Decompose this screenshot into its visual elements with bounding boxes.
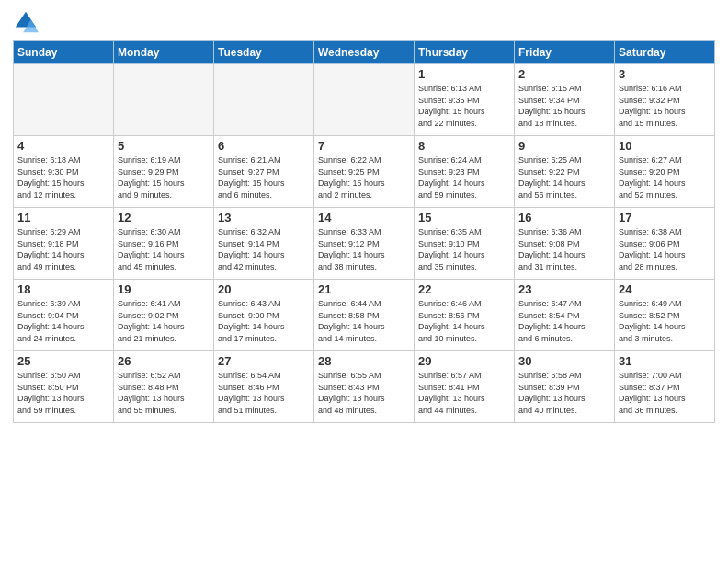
weekday-header-friday: Friday xyxy=(515,41,615,64)
day-number: 23 xyxy=(518,282,610,296)
calendar-cell xyxy=(314,64,415,136)
day-number: 17 xyxy=(619,211,711,224)
weekday-header-monday: Monday xyxy=(114,41,214,64)
calendar-cell: 22Sunrise: 6:46 AM Sunset: 8:56 PM Dayli… xyxy=(415,280,515,351)
header xyxy=(13,9,715,35)
day-number: 28 xyxy=(318,354,410,368)
calendar-cell: 23Sunrise: 6:47 AM Sunset: 8:54 PM Dayli… xyxy=(515,280,615,351)
day-info: Sunrise: 6:39 AM Sunset: 9:04 PM Dayligh… xyxy=(17,298,109,344)
calendar-week-4: 18Sunrise: 6:39 AM Sunset: 9:04 PM Dayli… xyxy=(14,280,715,351)
day-info: Sunrise: 6:38 AM Sunset: 9:06 PM Dayligh… xyxy=(619,226,711,272)
day-info: Sunrise: 6:15 AM Sunset: 9:34 PM Dayligh… xyxy=(518,83,610,129)
day-info: Sunrise: 6:57 AM Sunset: 8:41 PM Dayligh… xyxy=(418,370,510,416)
day-number: 22 xyxy=(418,282,510,296)
day-info: Sunrise: 6:55 AM Sunset: 8:43 PM Dayligh… xyxy=(318,370,410,416)
calendar-cell: 27Sunrise: 6:54 AM Sunset: 8:46 PM Dayli… xyxy=(214,351,314,423)
day-info: Sunrise: 6:27 AM Sunset: 9:20 PM Dayligh… xyxy=(619,155,711,201)
calendar-week-2: 4Sunrise: 6:18 AM Sunset: 9:30 PM Daylig… xyxy=(14,136,715,208)
day-number: 24 xyxy=(619,282,711,296)
calendar-cell: 2Sunrise: 6:15 AM Sunset: 9:34 PM Daylig… xyxy=(515,64,615,136)
day-number: 13 xyxy=(218,211,310,224)
calendar-cell: 3Sunrise: 6:16 AM Sunset: 9:32 PM Daylig… xyxy=(615,64,715,136)
day-info: Sunrise: 6:43 AM Sunset: 9:00 PM Dayligh… xyxy=(218,298,310,344)
calendar-cell: 6Sunrise: 6:21 AM Sunset: 9:27 PM Daylig… xyxy=(214,136,314,208)
day-number: 15 xyxy=(418,211,510,224)
calendar-cell: 13Sunrise: 6:32 AM Sunset: 9:14 PM Dayli… xyxy=(214,208,314,280)
calendar-cell: 12Sunrise: 6:30 AM Sunset: 9:16 PM Dayli… xyxy=(114,208,214,280)
day-info: Sunrise: 6:33 AM Sunset: 9:12 PM Dayligh… xyxy=(318,226,410,272)
day-number: 4 xyxy=(17,139,109,153)
day-info: Sunrise: 6:47 AM Sunset: 8:54 PM Dayligh… xyxy=(518,298,610,344)
calendar-cell: 1Sunrise: 6:13 AM Sunset: 9:35 PM Daylig… xyxy=(415,64,515,136)
calendar-week-3: 11Sunrise: 6:29 AM Sunset: 9:18 PM Dayli… xyxy=(14,208,715,280)
day-number: 9 xyxy=(518,139,610,153)
calendar-cell: 19Sunrise: 6:41 AM Sunset: 9:02 PM Dayli… xyxy=(114,280,214,351)
day-number: 20 xyxy=(218,282,310,296)
day-info: Sunrise: 6:19 AM Sunset: 9:29 PM Dayligh… xyxy=(118,155,210,201)
weekday-header-sunday: Sunday xyxy=(14,41,114,64)
calendar-cell: 7Sunrise: 6:22 AM Sunset: 9:25 PM Daylig… xyxy=(314,136,415,208)
day-info: Sunrise: 6:24 AM Sunset: 9:23 PM Dayligh… xyxy=(418,155,510,201)
day-info: Sunrise: 6:30 AM Sunset: 9:16 PM Dayligh… xyxy=(118,226,210,272)
day-number: 10 xyxy=(619,139,711,153)
calendar-cell: 30Sunrise: 6:58 AM Sunset: 8:39 PM Dayli… xyxy=(515,351,615,423)
calendar-cell: 25Sunrise: 6:50 AM Sunset: 8:50 PM Dayli… xyxy=(14,351,114,423)
day-info: Sunrise: 6:22 AM Sunset: 9:25 PM Dayligh… xyxy=(318,155,410,201)
calendar-cell: 28Sunrise: 6:55 AM Sunset: 8:43 PM Dayli… xyxy=(314,351,415,423)
calendar-cell: 14Sunrise: 6:33 AM Sunset: 9:12 PM Dayli… xyxy=(314,208,415,280)
day-number: 25 xyxy=(17,354,109,368)
calendar-cell: 20Sunrise: 6:43 AM Sunset: 9:00 PM Dayli… xyxy=(214,280,314,351)
calendar-cell: 21Sunrise: 6:44 AM Sunset: 8:58 PM Dayli… xyxy=(314,280,415,351)
calendar-cell: 10Sunrise: 6:27 AM Sunset: 9:20 PM Dayli… xyxy=(615,136,715,208)
day-number: 6 xyxy=(218,139,310,153)
day-number: 16 xyxy=(518,211,610,224)
calendar-cell: 4Sunrise: 6:18 AM Sunset: 9:30 PM Daylig… xyxy=(14,136,114,208)
calendar-cell xyxy=(14,64,114,136)
day-number: 29 xyxy=(418,354,510,368)
day-number: 1 xyxy=(418,67,510,81)
calendar-cell: 16Sunrise: 6:36 AM Sunset: 9:08 PM Dayli… xyxy=(515,208,615,280)
calendar-cell: 26Sunrise: 6:52 AM Sunset: 8:48 PM Dayli… xyxy=(114,351,214,423)
day-info: Sunrise: 6:58 AM Sunset: 8:39 PM Dayligh… xyxy=(518,370,610,416)
day-info: Sunrise: 6:44 AM Sunset: 8:58 PM Dayligh… xyxy=(318,298,410,344)
day-number: 5 xyxy=(118,139,210,153)
day-number: 26 xyxy=(118,354,210,368)
logo-area xyxy=(13,9,40,35)
day-info: Sunrise: 6:41 AM Sunset: 9:02 PM Dayligh… xyxy=(118,298,210,344)
day-number: 21 xyxy=(318,282,410,296)
day-info: Sunrise: 6:54 AM Sunset: 8:46 PM Dayligh… xyxy=(218,370,310,416)
day-number: 18 xyxy=(17,282,109,296)
weekday-header-saturday: Saturday xyxy=(615,41,715,64)
day-number: 31 xyxy=(619,354,711,368)
calendar-cell: 29Sunrise: 6:57 AM Sunset: 8:41 PM Dayli… xyxy=(415,351,515,423)
day-info: Sunrise: 6:21 AM Sunset: 9:27 PM Dayligh… xyxy=(218,155,310,201)
calendar-week-1: 1Sunrise: 6:13 AM Sunset: 9:35 PM Daylig… xyxy=(14,64,715,136)
day-number: 2 xyxy=(518,67,610,81)
calendar-cell xyxy=(114,64,214,136)
calendar-cell: 18Sunrise: 6:39 AM Sunset: 9:04 PM Dayli… xyxy=(14,280,114,351)
day-info: Sunrise: 6:13 AM Sunset: 9:35 PM Dayligh… xyxy=(418,83,510,129)
calendar-cell: 17Sunrise: 6:38 AM Sunset: 9:06 PM Dayli… xyxy=(615,208,715,280)
day-info: Sunrise: 6:49 AM Sunset: 8:52 PM Dayligh… xyxy=(619,298,711,344)
day-info: Sunrise: 6:50 AM Sunset: 8:50 PM Dayligh… xyxy=(17,370,109,416)
calendar-cell: 15Sunrise: 6:35 AM Sunset: 9:10 PM Dayli… xyxy=(415,208,515,280)
day-number: 30 xyxy=(518,354,610,368)
day-number: 8 xyxy=(418,139,510,153)
day-number: 7 xyxy=(318,139,410,153)
weekday-header-thursday: Thursday xyxy=(415,41,515,64)
day-info: Sunrise: 6:52 AM Sunset: 8:48 PM Dayligh… xyxy=(118,370,210,416)
day-info: Sunrise: 7:00 AM Sunset: 8:37 PM Dayligh… xyxy=(619,370,711,416)
day-number: 11 xyxy=(17,211,109,224)
calendar-cell: 11Sunrise: 6:29 AM Sunset: 9:18 PM Dayli… xyxy=(14,208,114,280)
weekday-header-tuesday: Tuesday xyxy=(214,41,314,64)
day-number: 27 xyxy=(218,354,310,368)
calendar-table: SundayMondayTuesdayWednesdayThursdayFrid… xyxy=(13,40,715,423)
weekday-header-wednesday: Wednesday xyxy=(314,41,415,64)
day-info: Sunrise: 6:16 AM Sunset: 9:32 PM Dayligh… xyxy=(619,83,711,129)
day-number: 3 xyxy=(619,67,711,81)
weekday-header-row: SundayMondayTuesdayWednesdayThursdayFrid… xyxy=(14,41,715,64)
day-info: Sunrise: 6:25 AM Sunset: 9:22 PM Dayligh… xyxy=(518,155,610,201)
logo-icon xyxy=(13,9,39,35)
day-number: 19 xyxy=(118,282,210,296)
calendar-cell: 9Sunrise: 6:25 AM Sunset: 9:22 PM Daylig… xyxy=(515,136,615,208)
